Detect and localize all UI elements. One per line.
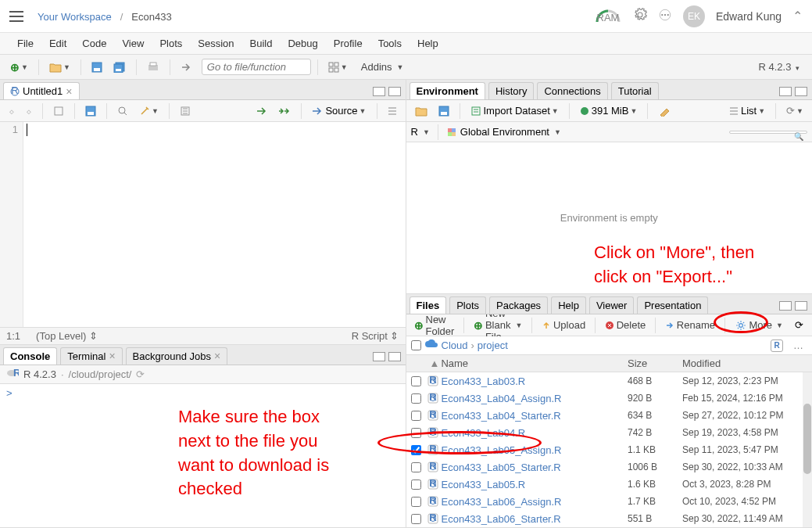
open-project-button[interactable]: ▼ — [45, 59, 74, 75]
more-button[interactable]: More▼ — [731, 318, 788, 332]
addins-button[interactable]: Addins▼ — [361, 61, 404, 73]
env-tab-environment[interactable]: Environment — [410, 82, 485, 99]
menu-profile[interactable]: Profile — [327, 34, 369, 52]
grid-button[interactable]: ▼ — [324, 59, 352, 75]
menu-tools[interactable]: Tools — [372, 34, 408, 52]
crumb-project[interactable]: project — [478, 339, 508, 351]
file-checkbox[interactable] — [411, 480, 421, 490]
save-source-button[interactable] — [81, 103, 100, 119]
outline-icon[interactable] — [384, 104, 401, 118]
clear-env-icon[interactable] — [654, 103, 674, 119]
menu-icon[interactable] — [9, 11, 23, 22]
menu-view[interactable]: View — [116, 34, 150, 52]
file-checkbox[interactable] — [411, 411, 421, 421]
maximize-icon[interactable] — [388, 352, 401, 361]
compile-icon[interactable] — [176, 103, 195, 119]
avatar[interactable]: EK — [683, 5, 705, 27]
env-scope-selector[interactable]: Global Environment▼ — [446, 126, 561, 138]
script-area[interactable]: 1 — [0, 122, 406, 327]
files-tab-viewer[interactable]: Viewer — [589, 296, 635, 314]
import-dataset-button[interactable]: Import Dataset▼ — [467, 102, 563, 119]
file-checkbox[interactable] — [411, 393, 421, 404]
back-icon[interactable]: ⬦ — [5, 102, 19, 119]
menu-file[interactable]: File — [11, 34, 40, 52]
console-tab-background-jobs[interactable]: Background Jobs × — [126, 347, 228, 365]
wand-icon[interactable]: ▼ — [135, 103, 163, 119]
files-tab-help[interactable]: Help — [551, 296, 586, 314]
upload-button[interactable]: Upload — [538, 318, 588, 332]
save-button[interactable] — [88, 59, 106, 75]
more-path-icon[interactable]: … — [789, 337, 807, 354]
minimize-icon[interactable] — [779, 87, 792, 96]
search-input[interactable] — [729, 131, 807, 134]
file-name-link[interactable]: Econ433_Lab04_Assign.R — [442, 393, 628, 404]
forward-icon[interactable]: ⬦ — [22, 102, 36, 119]
files-tab-files[interactable]: Files — [410, 296, 447, 314]
menu-help[interactable]: Help — [411, 34, 445, 52]
rerun-icon[interactable] — [274, 104, 295, 118]
refresh-files-icon[interactable]: ⟳ — [791, 317, 807, 333]
maximize-icon[interactable] — [388, 87, 401, 96]
maximize-icon[interactable] — [795, 87, 807, 96]
minimize-icon[interactable] — [779, 301, 792, 311]
refresh-icon[interactable]: ⟳ — [136, 368, 145, 380]
file-name-link[interactable]: Econ433_Lab03.R — [442, 375, 628, 387]
save-all-button[interactable] — [109, 59, 130, 75]
sort-by-modified[interactable]: Modified — [682, 357, 807, 369]
menu-build[interactable]: Build — [244, 34, 279, 52]
console-working-dir[interactable]: /cloud/project/ — [69, 368, 132, 380]
minimize-icon[interactable] — [373, 352, 385, 361]
load-icon[interactable] — [411, 103, 431, 119]
file-checkbox[interactable] — [411, 497, 421, 507]
r-project-icon[interactable]: R — [771, 339, 783, 352]
file-name-link[interactable]: Econ433_Lab04_Starter.R — [442, 410, 628, 422]
files-tab-packages[interactable]: Packages — [489, 296, 548, 314]
console-tab-console[interactable]: Console — [3, 347, 57, 365]
new-folder-button[interactable]: ⊕New Folder — [411, 312, 458, 339]
file-checkbox[interactable] — [411, 514, 421, 524]
file-name-link[interactable]: Econ433_Lab06_Assign.R — [442, 496, 628, 508]
file-name-link[interactable]: Econ433_Lab05.R — [442, 479, 628, 490]
goto-button[interactable] — [177, 59, 195, 75]
show-in-new-window-icon[interactable] — [49, 103, 68, 119]
console-tab-terminal[interactable]: Terminal × — [60, 347, 122, 365]
crumb-cloud[interactable]: Cloud — [442, 339, 468, 351]
close-icon[interactable]: × — [109, 350, 115, 361]
ram-gauge-icon[interactable]: RAM — [594, 9, 622, 23]
rename-button[interactable]: Rename — [662, 318, 718, 332]
file-checkbox[interactable] — [411, 462, 421, 472]
file-name-link[interactable]: Econ433_Lab05_Starter.R — [442, 462, 628, 473]
select-all-checkbox[interactable] — [411, 340, 421, 350]
file-name-link[interactable]: Econ433_Lab06_Starter.R — [442, 513, 628, 525]
refresh-env-icon[interactable]: ⟳▼ — [782, 102, 807, 119]
r-version-selector[interactable]: R 4.2.3 ▾ — [752, 59, 806, 74]
menu-edit[interactable]: Edit — [43, 34, 73, 52]
maximize-icon[interactable] — [795, 301, 807, 311]
memory-usage[interactable]: 391 MiB▼ — [576, 102, 642, 119]
print-button[interactable] — [143, 59, 163, 75]
console-input[interactable]: > — [0, 384, 406, 527]
list-view-button[interactable]: List▼ — [725, 102, 769, 119]
scope-selector[interactable]: (Top Level) ⇕ — [36, 330, 98, 342]
menu-debug[interactable]: Debug — [281, 34, 324, 52]
menu-session[interactable]: Session — [191, 34, 240, 52]
env-tab-connections[interactable]: Connections — [537, 82, 607, 99]
menu-plots[interactable]: Plots — [153, 34, 188, 52]
delete-button[interactable]: Delete — [602, 318, 649, 332]
close-icon[interactable]: × — [66, 86, 72, 97]
more-dots-icon[interactable] — [658, 8, 672, 24]
scrollbar[interactable] — [803, 372, 812, 527]
close-icon[interactable]: × — [214, 350, 220, 361]
file-name-link[interactable]: Econ433_Lab05_Assign.R — [442, 444, 628, 456]
new-file-button[interactable]: ⊕▼ — [6, 59, 32, 76]
file-checkbox[interactable] — [411, 376, 421, 386]
file-checkbox[interactable] — [411, 428, 421, 438]
lang-selector[interactable]: R Script ⇕ — [352, 330, 399, 342]
source-button[interactable]: Source▼ — [308, 102, 370, 119]
goto-input[interactable] — [202, 59, 311, 75]
env-tab-history[interactable]: History — [488, 82, 534, 99]
run-icon[interactable] — [252, 104, 271, 118]
lang-selector[interactable]: R▼ — [411, 126, 430, 138]
menu-code[interactable]: Code — [76, 34, 113, 52]
env-tab-tutorial[interactable]: Tutorial — [611, 82, 659, 99]
